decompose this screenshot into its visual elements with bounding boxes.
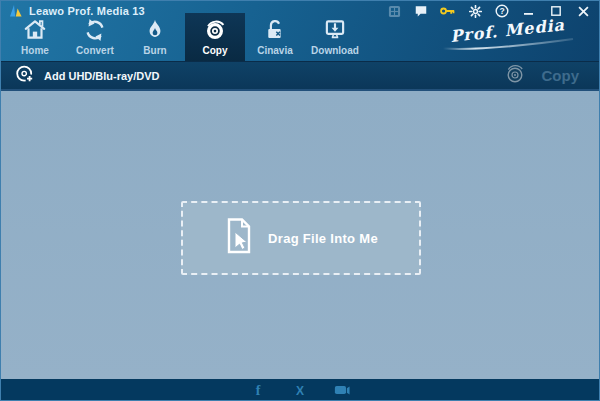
toolbar: Add UHD/Blu-ray/DVD Copy <box>1 61 599 89</box>
tab-label: Home <box>21 45 49 56</box>
facebook-glyph: f <box>256 383 261 399</box>
svg-text:?: ? <box>499 6 504 16</box>
window-title: Leawo Prof. Media 13 <box>29 5 145 17</box>
chat-icon[interactable] <box>413 3 429 19</box>
dropzone-label: Drag File Into Me <box>268 231 378 246</box>
help-icon[interactable]: ? <box>494 3 510 19</box>
apps-icon[interactable] <box>386 3 402 19</box>
app-logo-icon <box>9 4 23 18</box>
disc-icon <box>504 63 526 89</box>
brand-logo: Prof. Media <box>433 21 583 51</box>
drag-drop-zone[interactable]: Drag File Into Me <box>181 201 421 275</box>
toolbar-right: Copy <box>504 63 600 89</box>
gear-icon[interactable] <box>467 3 483 19</box>
app-window: Home Convert Burn <box>0 0 600 401</box>
tab-label: Copy <box>203 45 228 56</box>
key-icon[interactable] <box>440 3 456 19</box>
add-disc-icon <box>15 64 35 88</box>
x-glyph: X <box>296 384 304 398</box>
tab-label: Cinavia <box>257 45 293 56</box>
drag-file-cursor-icon <box>224 217 254 259</box>
x-twitter-icon[interactable]: X <box>292 383 308 399</box>
facebook-icon[interactable]: f <box>250 383 266 399</box>
tab-label: Burn <box>143 45 166 56</box>
tab-label: Download <box>311 45 359 56</box>
titlebar-icons: ? <box>386 3 591 19</box>
header: Home Convert Burn <box>1 1 599 61</box>
maximize-icon[interactable] <box>548 3 564 19</box>
video-icon[interactable] <box>334 383 350 399</box>
tab-label: Convert <box>76 45 114 56</box>
content-area: Drag File Into Me <box>1 89 599 379</box>
add-button-label: Add UHD/Blu-ray/DVD <box>44 70 160 82</box>
footer-bar: f X <box>1 379 599 401</box>
close-icon[interactable] <box>575 3 591 19</box>
titlebar: Leawo Prof. Media 13 <box>1 1 599 21</box>
minimize-icon[interactable] <box>521 3 537 19</box>
add-uhd-bluray-dvd-button[interactable]: Add UHD/Blu-ray/DVD <box>1 62 174 89</box>
copy-button[interactable]: Copy <box>542 67 580 84</box>
